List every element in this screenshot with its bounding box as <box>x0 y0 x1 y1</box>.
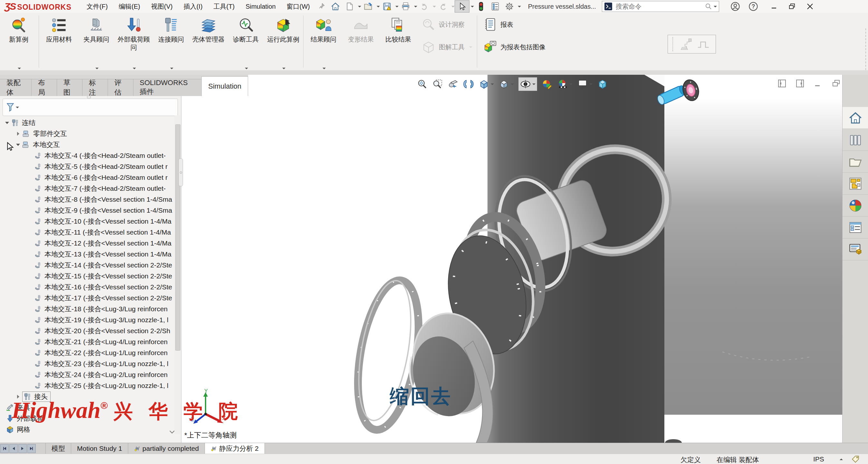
edit-appearance-button[interactable] <box>541 79 553 90</box>
include-image-report-button[interactable]: 为报表包括图像 <box>483 40 546 54</box>
tag-icon[interactable] <box>851 455 860 463</box>
hide-show-dropdown[interactable] <box>532 84 535 87</box>
save-dropdown[interactable] <box>395 6 399 9</box>
apply-scene-button[interactable] <box>557 79 572 90</box>
tab-markup[interactable]: 标注 <box>82 79 108 96</box>
first-tab-button[interactable] <box>0 444 9 453</box>
tree-node-connections[interactable]: 连结 <box>0 117 174 128</box>
tree-node-component-interaction[interactable]: 零部件交互 <box>0 128 174 139</box>
display-style-dropdown[interactable] <box>511 84 514 87</box>
new-dropdown[interactable] <box>358 6 361 9</box>
tree-item-local-interaction[interactable]: 本地交互-11 (-接合<Vessel section 1-4/Ma <box>0 227 174 238</box>
tree-item-local-interaction[interactable]: 本地交互-10 (-接合<Vessel section 1-4/Ma <box>0 216 174 227</box>
custom-properties-button[interactable] <box>842 217 868 239</box>
previous-tab-button[interactable] <box>9 444 18 453</box>
pin-icon[interactable] <box>319 3 325 10</box>
toolbar-grip[interactable] <box>673 37 674 51</box>
zoom-fit-button[interactable] <box>416 79 428 90</box>
view-orientation-dropdown[interactable] <box>491 84 494 87</box>
design-library-button[interactable] <box>842 129 868 151</box>
units-dropdown[interactable] <box>840 457 843 460</box>
previous-view-button[interactable] <box>447 79 459 90</box>
print-dropdown[interactable] <box>414 6 417 9</box>
search-input[interactable] <box>615 3 705 11</box>
menu-simulation[interactable]: Simulation <box>240 0 281 13</box>
tab-simulation[interactable]: Simulation <box>202 76 248 96</box>
menu-tools[interactable]: 工具(T) <box>208 0 240 13</box>
tree-item-local-interaction[interactable]: 本地交互-17 (-接合<Vessel section 2-2/Ste <box>0 292 174 304</box>
expand-icon[interactable] <box>17 395 21 399</box>
tree-item-local-interaction[interactable]: 本地交互-23 (-接合<Lug-1/Lug nozzle-1, l <box>0 358 174 369</box>
tree-item-local-interaction[interactable]: 本地交互-14 (-接合<Vessel section 2-2/Ste <box>0 260 174 271</box>
last-tab-button[interactable] <box>27 444 36 453</box>
tree-item-local-interaction[interactable]: 本地交互-5 (-接合<Head-2/Steam outlet r <box>0 161 174 172</box>
properties-button[interactable] <box>488 1 502 12</box>
tree-item-local-interaction[interactable]: 本地交互-4 (-接合<Head-2/Steam outlet- <box>0 150 174 161</box>
home-button[interactable] <box>328 1 342 12</box>
tab-layout[interactable]: 布局 <box>31 79 57 96</box>
graphics-viewport[interactable]: 缩回去 Y X Z *上下二等角轴测 <box>181 75 842 443</box>
run-study-button[interactable]: 运行此算例 <box>265 14 302 70</box>
tab-evaluate[interactable]: 评估 <box>107 79 133 96</box>
section-view-button[interactable] <box>463 79 474 90</box>
select-dropdown[interactable] <box>471 6 474 9</box>
compare-results-button[interactable]: 比较结果 <box>379 14 417 70</box>
view-orientation-button[interactable] <box>478 79 494 90</box>
results-advisor-button[interactable]: 结果顾问 <box>305 14 342 70</box>
collapse-icon[interactable] <box>5 122 9 126</box>
focused-node-box[interactable]: 接头 <box>22 392 51 402</box>
tree-item-local-interaction[interactable]: 本地交互-19 (-接合<Lug-3/Lug nozzle-1, l <box>0 314 174 326</box>
save-button[interactable] <box>380 1 394 12</box>
options-dropdown[interactable] <box>518 6 521 9</box>
solidworks-resources-button[interactable] <box>842 239 868 260</box>
help-button[interactable]: ? <box>744 0 762 13</box>
options-button[interactable] <box>502 1 517 12</box>
tree-node-external-loads[interactable]: 外部载荷 <box>0 413 174 424</box>
tab-assembly[interactable]: 装配体 <box>0 79 32 96</box>
tree-filter-bar[interactable] <box>3 99 178 116</box>
tree-item-local-interaction[interactable]: 本地交互-24 (-接合<Lug-2/Lug reinforcen <box>0 369 174 380</box>
zoom-area-button[interactable] <box>432 79 443 90</box>
tree-item-local-interaction[interactable]: 本地交互-13 (-接合<Vessel section 1-4/Ma <box>0 249 174 260</box>
tree-item-local-interaction[interactable]: 本地交互-12 (-接合<Vessel section 1-4/Ma <box>0 238 174 249</box>
diagnostic-tools-button[interactable]: 诊断工具 <box>227 14 265 70</box>
menu-edit[interactable]: 编辑(E) <box>113 0 146 13</box>
minimize-button[interactable] <box>765 0 783 13</box>
connections-advisor-button[interactable]: 连接顾问 <box>152 14 190 70</box>
rebuild-button[interactable] <box>474 1 488 12</box>
shell-manager-button[interactable]: 壳体管理器 <box>190 14 227 70</box>
collapse-icon[interactable] <box>16 144 20 148</box>
panel-splitter[interactable] <box>179 158 183 186</box>
tab-static-analysis-2[interactable]: 静应力分析 2 <box>205 443 265 454</box>
tree-item-local-interaction[interactable]: 本地交互-25 (-接合<Lug-2/Lug nozzle-1, l <box>0 380 174 391</box>
tree-scroll-down-chevron[interactable] <box>169 430 175 436</box>
report-button[interactable]: 报表 <box>483 18 546 32</box>
expand-icon[interactable] <box>17 132 21 136</box>
print-button[interactable] <box>399 1 413 12</box>
view-settings-button[interactable] <box>577 79 592 90</box>
viewport-restore-button[interactable] <box>831 79 841 90</box>
tab-study-partially-completed[interactable]: partially completed <box>128 443 205 454</box>
command-search[interactable] <box>602 1 719 12</box>
apply-material-button[interactable]: 应用材料 <box>40 14 78 70</box>
file-explorer-button[interactable] <box>842 151 868 173</box>
view-palette-button[interactable] <box>842 173 868 195</box>
units-selector[interactable]: IPS <box>813 455 824 463</box>
tree-item-local-interaction[interactable]: 本地交互-8 (-接合<Vessel section 1-4/Sma <box>0 194 174 205</box>
tree-node-local-interaction[interactable]: 本地交互 <box>0 139 174 150</box>
fixture-advisor-button[interactable]: 夹具顾问 <box>78 14 115 70</box>
new-study-button[interactable]: 新算例 <box>0 14 37 70</box>
search-dropdown[interactable] <box>714 6 717 9</box>
menu-view[interactable]: 视图(V) <box>146 0 178 13</box>
menu-file[interactable]: 文件(F) <box>81 0 114 13</box>
taskpane-home-button[interactable] <box>842 107 868 129</box>
restore-button[interactable] <box>783 0 801 13</box>
filter-dropdown[interactable] <box>16 107 19 110</box>
tree-node-connectors[interactable]: 接头 <box>0 391 174 402</box>
tab-sketch[interactable]: 草图 <box>57 79 83 96</box>
tree-item-local-interaction[interactable]: 本地交互-20 (-接合<Vessel section 2-2/Sh <box>0 326 174 336</box>
menu-insert[interactable]: 插入(I) <box>178 0 208 13</box>
next-tab-button[interactable] <box>19 444 27 453</box>
external-loads-button[interactable]: 外部载荷顾问 <box>115 14 152 70</box>
tree-item-local-interaction[interactable]: 本地交互-18 (-接合<Lug-3/Lug reinforcen <box>0 304 174 314</box>
